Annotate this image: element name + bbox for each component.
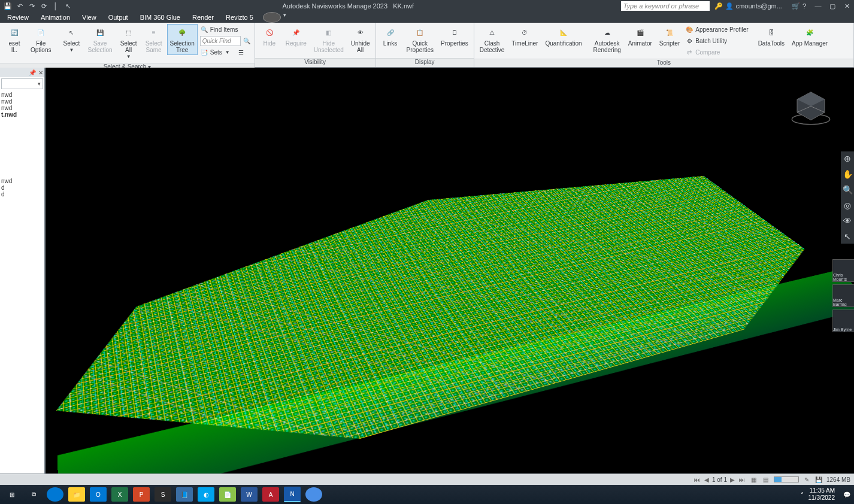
tab-render[interactable]: Render	[187, 13, 219, 22]
autodesk-rendering-button[interactable]: ☁Autodesk Rendering	[590, 24, 624, 55]
tab-review[interactable]: Review	[2, 13, 34, 22]
animator-button[interactable]: 🎬Animator	[625, 24, 655, 48]
task-view-icon[interactable]: ⧉	[25, 487, 42, 502]
tray-chevron-icon[interactable]: ˄	[801, 491, 804, 498]
tab-output[interactable]: Output	[104, 13, 133, 22]
save-icon[interactable]: 💾	[4, 2, 12, 10]
find-items-button[interactable]: 🔍Find Items	[199, 24, 252, 35]
reset-all-button[interactable]: 🔄eset ll..	[2, 24, 26, 55]
user-menu[interactable]: 🔑 👤 cmounts@gm...	[710, 2, 787, 10]
autocad-icon[interactable]: A	[262, 487, 279, 502]
prev-page-button[interactable]: ◀	[702, 476, 711, 483]
unhide-icon: 👁	[354, 26, 367, 39]
selection-tree-button[interactable]: 🌳Selection Tree	[167, 24, 198, 55]
file-options-button[interactable]: 📄File Options	[28, 24, 54, 55]
close-button[interactable]: ✕	[840, 2, 854, 10]
help-icon[interactable]: ?	[802, 2, 806, 10]
clash-detective-button[interactable]: ⚠Clash Detective	[477, 24, 508, 55]
key-icon: 🔑	[714, 2, 723, 10]
unhide-all-button[interactable]: 👁Unhide All	[348, 24, 373, 55]
record-indicator-icon[interactable]	[263, 12, 281, 23]
tab-animation[interactable]: Animation	[36, 13, 75, 22]
file-icon: 📄	[34, 26, 47, 39]
excel-icon[interactable]: X	[111, 487, 128, 502]
edge-icon[interactable]	[47, 487, 63, 502]
pencil-icon[interactable]: ✎	[802, 476, 811, 483]
compare-icon: ⇄	[685, 48, 694, 56]
tree-body[interactable]: nwd nwd nwd t.nwd nwd d d	[0, 90, 44, 473]
tree-item[interactable]: nwd	[1, 105, 43, 111]
cursor-tool-icon[interactable]: ↖	[844, 232, 851, 241]
minimize-button[interactable]: —	[811, 2, 825, 10]
select-all-button[interactable]: ⬚Select All▼	[117, 24, 141, 62]
select-button[interactable]: ↖Select▼	[59, 24, 83, 55]
tree-item[interactable]: d	[1, 191, 43, 198]
zoom-icon[interactable]: 🔍	[843, 185, 853, 195]
cursor-icon[interactable]: ↖	[63, 2, 72, 10]
links-button[interactable]: 🔗Links	[378, 24, 402, 48]
first-page-button[interactable]: ⏮	[693, 476, 701, 483]
snagit-icon[interactable]: S	[155, 487, 171, 502]
viewcube[interactable]	[789, 86, 832, 129]
app-manager-button[interactable]: 🧩App Manager	[789, 24, 831, 48]
navisworks-icon[interactable]: N	[284, 487, 301, 502]
find-icon: 🔍	[200, 25, 208, 34]
disk-icon[interactable]: 💾	[814, 476, 823, 483]
system-clock[interactable]: 11:35 AM 11/3/2022	[808, 487, 839, 502]
filter-icon[interactable]: ☰	[237, 48, 245, 56]
participant-avatar[interactable]: Jim Byrne	[832, 309, 854, 332]
tree-item[interactable]: nwd	[1, 98, 43, 105]
tree-item[interactable]: d	[1, 184, 43, 191]
appearance-profiler-button[interactable]: 🎨Appearance Profiler	[684, 24, 749, 35]
quick-properties-button[interactable]: 📋Quick Properties	[404, 24, 437, 55]
batch-utility-button[interactable]: ⚙Batch Utility	[684, 35, 749, 46]
pan-icon[interactable]: ✋	[843, 169, 853, 179]
undo-icon[interactable]: ↶	[16, 2, 24, 10]
bluebeam-icon[interactable]: 📘	[176, 487, 193, 502]
look-icon[interactable]: 👁	[843, 216, 852, 226]
tab-bim360glue[interactable]: BIM 360 Glue	[135, 13, 185, 22]
datatools-button[interactable]: 🗄DataTools	[755, 24, 788, 48]
properties-button[interactable]: 🗒Properties	[438, 24, 471, 48]
scripter-button[interactable]: 📜Scripter	[656, 24, 683, 48]
grid-icon[interactable]: ▤	[762, 476, 770, 483]
selection-tree-panel[interactable]: 📌 ✕ ▾ nwd nwd nwd t.nwd nwd d d	[0, 68, 46, 473]
quantification-button[interactable]: 📐Quantification	[542, 24, 585, 48]
panel-close-icon[interactable]: ✕	[38, 69, 43, 76]
help-search-input[interactable]: Type a keyword or phrase	[621, 1, 710, 11]
tree-item[interactable]: t.nwd	[1, 111, 43, 118]
powerpoint-icon[interactable]: P	[133, 487, 150, 502]
app-icon[interactable]: 📄	[219, 487, 236, 502]
maximize-button[interactable]: ▢	[825, 2, 840, 10]
app-icon[interactable]: ◐	[198, 487, 214, 502]
tab-view[interactable]: View	[77, 13, 101, 22]
orbit-icon[interactable]: ◎	[844, 201, 851, 210]
sets-button[interactable]: 📑Sets▼ ☰	[199, 47, 252, 57]
next-page-button[interactable]: ▶	[728, 476, 737, 483]
pin-icon[interactable]: 📌	[29, 69, 36, 76]
steering-wheel-icon[interactable]: ⊕	[844, 154, 851, 163]
last-page-button[interactable]: ⏭	[738, 476, 746, 483]
tree-item[interactable]: nwd	[1, 178, 43, 184]
refresh-icon[interactable]: ⟳	[40, 2, 48, 10]
start-button[interactable]: ⊞	[4, 487, 20, 502]
participant-avatar[interactable]: Marc Barring	[832, 284, 854, 307]
tree-mode-dropdown[interactable]: ▾	[1, 78, 43, 89]
tree-item[interactable]: nwd	[1, 92, 43, 98]
participant-avatar[interactable]: Chris Mounts	[832, 259, 854, 282]
timeliner-button[interactable]: ⏱TimeLiner	[508, 24, 541, 48]
zoom-icon[interactable]	[305, 487, 322, 502]
file-explorer-icon[interactable]: 📁	[68, 487, 85, 502]
tab-revizto5[interactable]: Revizto 5	[221, 13, 258, 22]
sheet-browser-icon[interactable]: ▦	[750, 476, 758, 483]
redo-icon[interactable]: ↷	[28, 2, 36, 10]
outlook-icon[interactable]: O	[90, 487, 107, 502]
bim-model[interactable]	[52, 146, 854, 473]
word-icon[interactable]: W	[241, 487, 258, 502]
cart-icon[interactable]: 🛒	[792, 2, 800, 10]
search-icon[interactable]: 🔍	[243, 37, 251, 45]
work-area: 📌 ✕ ▾ nwd nwd nwd t.nwd nwd d d	[0, 68, 854, 473]
notifications-icon[interactable]: 💬	[843, 491, 850, 498]
3d-viewport[interactable]: ⊕ ✋ 🔍 ◎ 👁 ↖ Chris Mounts Marc Barring Ji…	[46, 68, 854, 473]
quick-find-input[interactable]: Quick Find	[200, 36, 241, 46]
